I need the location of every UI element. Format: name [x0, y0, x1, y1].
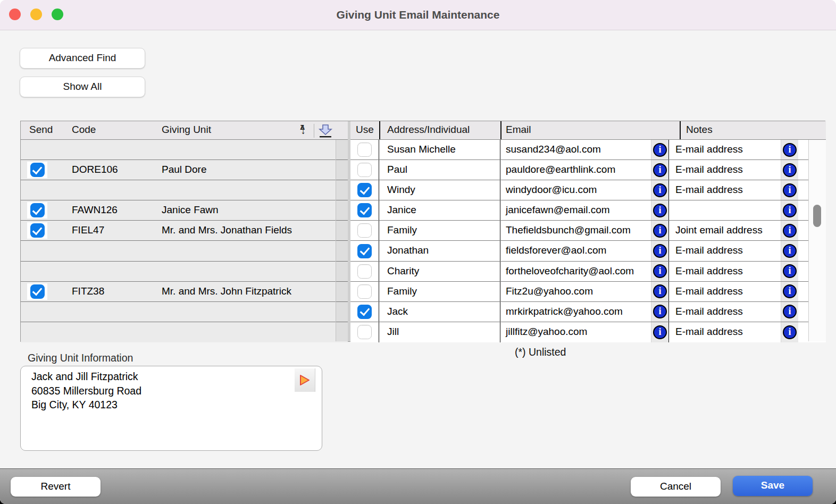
email-row[interactable]: Susan Michellesusand234@aol.comiE-mail a… — [350, 140, 826, 160]
email-cell[interactable]: pauldore@earthlink.com — [500, 160, 651, 180]
giving-unit-cell: Paul Dore — [162, 164, 207, 175]
giving-unit-row[interactable] — [21, 302, 348, 322]
show-all-button[interactable]: Show All — [20, 77, 145, 97]
use-checkbox[interactable] — [357, 183, 372, 197]
info-icon[interactable]: i — [783, 143, 797, 157]
address-individual-cell: Windy — [379, 180, 500, 200]
email-cell[interactable]: susand234@aol.com — [500, 140, 651, 159]
info-icon[interactable]: i — [783, 204, 797, 217]
email-row[interactable]: Charityfortheloveofcharity@aol.comiE-mai… — [350, 262, 826, 282]
send-checkbox[interactable] — [30, 203, 45, 217]
titlebar: Giving Unit Email Maintenance — [0, 0, 836, 30]
address-individual-cell: Charity — [379, 262, 500, 281]
go-to-record-button[interactable] — [295, 368, 315, 392]
use-checkbox[interactable] — [357, 163, 372, 177]
giving-unit-row[interactable] — [21, 241, 348, 261]
save-button[interactable]: Save — [733, 476, 813, 496]
info-icon[interactable]: i — [783, 244, 797, 258]
email-row[interactable]: Jonathanfieldsforever@aol.comiE-mail add… — [350, 241, 826, 261]
giving-unit-row[interactable]: FITZ38Mr. and Mrs. John Fitzpatrick — [21, 282, 348, 302]
email-row[interactable]: FamilyFitz2u@yahoo.comiE-mail addressi — [350, 282, 826, 302]
email-cell[interactable]: jillfitz@yahoo.com — [500, 322, 651, 342]
giving-unit-row[interactable] — [21, 262, 348, 282]
giving-unit-row[interactable] — [21, 180, 348, 200]
use-checkbox[interactable] — [357, 142, 372, 157]
send-checkbox[interactable] — [30, 223, 45, 238]
giving-unit-row[interactable] — [21, 140, 348, 160]
giving-unit-information-box[interactable]: Jack and Jill Fitzpatrick 60835 Millersb… — [20, 366, 322, 451]
info-icon[interactable]: i — [653, 224, 667, 238]
notes-cell[interactable]: E-mail address — [669, 140, 781, 159]
info-icon[interactable]: i — [653, 325, 667, 339]
email-cell[interactable]: fieldsforever@aol.com — [500, 241, 651, 261]
info-icon[interactable]: i — [653, 244, 667, 258]
address-individual-cell: Paul — [379, 160, 500, 180]
email-row[interactable]: Jackmrkirkpatrick@yahoo.comiE-mail addre… — [350, 302, 826, 322]
email-row[interactable]: Janicejanicefawn@email.comii — [350, 200, 826, 221]
info-icon[interactable]: i — [653, 163, 667, 177]
info-icon[interactable]: i — [783, 305, 797, 318]
az-sort-descending-icon[interactable]: AZ ↓ — [300, 125, 306, 137]
email-cell[interactable]: mrkirkpatrick@yahoo.com — [500, 302, 651, 322]
use-checkbox[interactable] — [357, 284, 372, 299]
info-icon[interactable]: i — [783, 183, 797, 197]
info-icon[interactable]: i — [653, 305, 667, 318]
giving-unit-table-header: Send Code Giving Unit AZ ↓ — [21, 121, 348, 140]
notes-cell[interactable]: E-mail address — [669, 282, 781, 301]
giving-unit-row[interactable]: FIEL47Mr. and Mrs. Jonathan Fields — [21, 221, 348, 241]
email-info-cell: i — [651, 322, 669, 342]
notes-info-cell: i — [781, 221, 798, 240]
info-icon[interactable]: i — [783, 163, 797, 177]
use-checkbox[interactable] — [357, 244, 372, 258]
giving-unit-scrollbar-track[interactable] — [336, 140, 348, 341]
notes-cell[interactable]: E-mail address — [669, 262, 781, 281]
info-icon[interactable]: i — [653, 183, 667, 197]
giving-unit-row[interactable] — [21, 322, 348, 342]
email-row[interactable]: FamilyThefieldsbunch@gmail.comiJoint ema… — [350, 221, 826, 241]
notes-cell[interactable] — [669, 200, 781, 220]
info-icon[interactable]: i — [653, 284, 667, 298]
use-checkbox[interactable] — [357, 305, 372, 319]
info-icon[interactable]: i — [783, 264, 797, 278]
address-individual-cell: Family — [379, 282, 500, 301]
email-cell[interactable]: Fitz2u@yahoo.com — [500, 282, 651, 301]
use-checkbox[interactable] — [357, 223, 372, 238]
import-arrow-icon[interactable] — [318, 123, 333, 138]
info-icon[interactable]: i — [783, 224, 797, 238]
email-row[interactable]: Paulpauldore@earthlink.comiE-mail addres… — [350, 160, 826, 180]
email-row[interactable]: Windywindydoor@icu.comiE-mail addressi — [350, 180, 826, 200]
notes-cell[interactable]: E-mail address — [669, 160, 781, 180]
info-icon[interactable]: i — [653, 143, 667, 157]
use-checkbox[interactable] — [357, 203, 372, 217]
cancel-button[interactable]: Cancel — [631, 477, 721, 497]
notes-info-cell: i — [781, 302, 798, 322]
giving-unit-row[interactable]: FAWN126Janice Fawn — [21, 200, 348, 221]
notes-cell[interactable]: E-mail address — [669, 302, 781, 322]
email-cell[interactable]: windydoor@icu.com — [500, 180, 651, 200]
info-icon[interactable]: i — [653, 204, 667, 217]
email-cell[interactable]: fortheloveofcharity@aol.com — [500, 262, 651, 281]
use-column-header: Use — [356, 124, 374, 136]
revert-button[interactable]: Revert — [11, 477, 101, 497]
notes-cell[interactable]: E-mail address — [669, 180, 781, 200]
send-checkbox[interactable] — [30, 284, 45, 299]
advanced-find-button[interactable]: Advanced Find — [20, 48, 145, 69]
info-icon[interactable]: i — [783, 284, 797, 298]
info-icon[interactable]: i — [783, 325, 797, 339]
notes-cell[interactable]: Joint email address — [669, 221, 781, 240]
use-checkbox[interactable] — [357, 264, 372, 279]
notes-cell[interactable]: E-mail address — [669, 241, 781, 261]
email-cell[interactable]: janicefawn@email.com — [500, 200, 651, 220]
use-checkbox[interactable] — [357, 325, 372, 339]
send-checkbox[interactable] — [30, 163, 45, 177]
email-row[interactable]: Jilljillfitz@yahoo.comiE-mail addressi — [350, 322, 826, 342]
giving-unit-table-body: DORE106Paul DoreFAWN126Janice FawnFIEL47… — [21, 140, 348, 341]
giving-unit-information-label: Giving Unit Information — [28, 352, 133, 364]
giving-unit-row[interactable]: DORE106Paul Dore — [21, 160, 348, 180]
code-cell: DORE106 — [72, 164, 118, 175]
scrollbar-thumb[interactable] — [813, 205, 821, 227]
email-cell[interactable]: Thefieldsbunch@gmail.com — [500, 221, 651, 240]
info-icon[interactable]: i — [653, 264, 667, 278]
notes-cell[interactable]: E-mail address — [669, 322, 781, 342]
email-table-scrollbar-track[interactable] — [808, 140, 826, 341]
